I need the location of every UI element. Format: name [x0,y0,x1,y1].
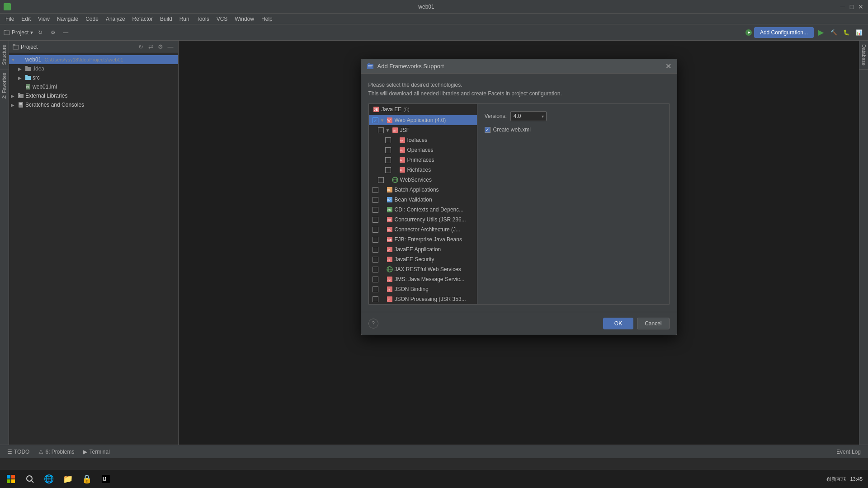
debug-button[interactable]: 🐛 [841,27,852,38]
panel-settings-icon[interactable]: ⚙ [156,43,165,51]
fw-checkbox-webservices[interactable] [378,177,384,183]
create-webxml-row[interactable]: ✓ Create web.xml [485,127,662,133]
terminal-tab[interactable]: ▶ Terminal [80,447,113,457]
fw-item-beanval[interactable]: BV Bean Validation [369,195,477,205]
windows-logo [6,474,15,483]
fw-item-jms[interactable]: JM JMS: Java Message Servic... [369,274,477,284]
fw-checkbox-jms[interactable] [373,277,378,282]
fw-checkbox-richfaces[interactable] [385,167,391,173]
windows-start[interactable] [2,470,20,488]
fw-checkbox-batch[interactable] [373,187,378,193]
fw-item-webapp[interactable]: ✓ ▼ W Web Application (4.0) [369,115,477,125]
fw-item-richfaces[interactable]: Ri Richfaces [369,165,477,175]
fw-item-icefaces[interactable]: Ice Icefaces [369,135,477,145]
menu-navigate[interactable]: Navigate [53,15,82,23]
problems-tab[interactable]: ⚠ 6: Problems [35,447,78,457]
fw-item-javaee-app[interactable]: JA JavaEE Application [369,244,477,254]
database-tab[interactable]: Database [859,41,868,70]
fw-item-webservices[interactable]: WebServices [369,175,477,185]
menu-tools[interactable]: Tools [193,15,213,23]
tree-item-iml[interactable]: iml web01.iml [9,82,178,91]
fw-checkbox-json-proc[interactable] [373,296,378,302]
fw-item-jax-rest[interactable]: JAX RESTful Web Services [369,264,477,274]
taskbar-search[interactable] [21,470,39,488]
tree-root-web01[interactable]: ▼ web01 C:\Users\ysy18\IdeaProjects\web0… [9,55,178,64]
close-button[interactable]: ✕ [857,3,864,10]
menu-edit[interactable]: Edit [18,15,34,23]
event-log-tab[interactable]: Event Log [833,447,864,457]
fw-item-javaee-sec[interactable]: JS JavaEE Security [369,254,477,264]
fw-item-primefaces[interactable]: Pr Primefaces [369,155,477,165]
structure-tab[interactable]: Structure [0,41,9,69]
fw-checkbox-cdi[interactable] [373,207,378,213]
menu-code[interactable]: Code [82,15,102,23]
fw-checkbox-webapp[interactable]: ✓ [373,117,378,123]
panel-collapse-icon[interactable]: ⇄ [146,43,155,51]
menu-view[interactable]: View [34,15,53,23]
fw-item-cdi[interactable]: CDI CDI: Contexts and Depenc... [369,205,477,215]
create-webxml-checkbox[interactable]: ✓ [485,127,491,133]
fw-checkbox-ejb[interactable] [373,237,378,243]
problems-label: 6: Problems [45,449,74,455]
menu-help[interactable]: Help [258,15,276,23]
panel-close-icon[interactable]: — [166,43,175,51]
menu-build[interactable]: Build [156,15,176,23]
tree-item-scratches[interactable]: ▶ Scratches and Consoles [9,100,178,109]
taskbar-browser[interactable]: 🌐 [40,470,58,488]
menu-window[interactable]: Window [231,15,258,23]
dialog-close-button[interactable]: ✕ [665,62,671,70]
minimize-button[interactable]: ─ [839,3,846,10]
fw-checkbox-icefaces[interactable] [385,137,391,143]
run-button[interactable]: ▶ [816,27,826,38]
fw-item-batch[interactable]: BA Batch Applications [369,185,477,195]
fw-item-connector[interactable]: CA Connector Architecture (J... [369,225,477,235]
help-button[interactable]: ? [368,319,378,328]
fw-checkbox-primefaces[interactable] [385,157,391,163]
tree-item-ext-libs[interactable]: ▶ ≡ External Libraries [9,91,178,100]
tree-item-src[interactable]: ▶ src [9,73,178,82]
fw-item-openfaces[interactable]: Op Openfaces [369,145,477,155]
panel-sync-icon[interactable]: ↻ [137,43,145,51]
build-button[interactable]: 🔨 [828,27,839,38]
fw-checkbox-connector[interactable] [373,227,378,233]
fw-item-jsf[interactable]: ▼ JSF JSF [369,125,477,135]
svg-text:IJ: IJ [103,477,106,482]
menu-file[interactable]: File [2,15,18,23]
fw-item-json-bind[interactable]: JB JSON Binding [369,284,477,294]
project-selector[interactable]: Project ▾ [4,29,33,36]
taskbar-intellij[interactable]: IJ [97,470,115,488]
fw-checkbox-jax-rest[interactable] [373,267,378,272]
fw-checkbox-javaee-app[interactable] [373,247,378,253]
tree-item-idea[interactable]: ▶ .idea [9,64,178,73]
add-configuration-button[interactable]: Add Configuration... [754,27,814,38]
favorites-tab[interactable]: 2: Favorites [0,69,9,102]
fw-item-json-proc[interactable]: JP JSON Processing (JSR 353... [369,294,477,304]
fw-item-ejb[interactable]: EJB EJB: Enterprise Java Beans [369,235,477,244]
primefaces-icon: Pr [399,157,406,163]
fw-checkbox-json-bind[interactable] [373,286,378,292]
menu-analyze[interactable]: Analyze [102,15,129,23]
svg-rect-11 [25,76,31,80]
fw-checkbox-javaee-sec[interactable] [373,257,378,263]
fw-checkbox-openfaces[interactable] [385,147,391,153]
fw-checkbox-jsf[interactable] [378,127,384,133]
maximize-button[interactable]: □ [848,3,855,10]
taskbar-explorer[interactable]: 📁 [59,470,77,488]
sync-button[interactable]: ↻ [35,27,46,38]
ok-button[interactable]: OK [603,318,633,329]
profile-button[interactable]: 📊 [854,27,864,38]
menu-refactor[interactable]: Refactor [129,15,156,23]
taskbar-security[interactable]: 🔒 [78,470,96,488]
config-button[interactable]: ⚙ [47,27,58,38]
dialog-title-bar: Add Frameworks Support ✕ [361,59,677,74]
todo-tab[interactable]: ☰ TODO [4,447,33,457]
fw-item-concurrency[interactable]: CU Concurrency Utils (JSR 236... [369,215,477,225]
cancel-button[interactable]: Cancel [637,318,669,329]
fw-checkbox-beanval[interactable] [373,197,378,203]
versions-select[interactable]: 4.0 3.1 3.0 2.5 [510,111,547,121]
svg-point-0 [5,5,9,9]
fw-checkbox-concurrency[interactable] [373,217,378,223]
menu-vcs[interactable]: VCS [213,15,231,23]
menu-run[interactable]: Run [176,15,193,23]
collapse-button[interactable]: — [60,27,71,38]
